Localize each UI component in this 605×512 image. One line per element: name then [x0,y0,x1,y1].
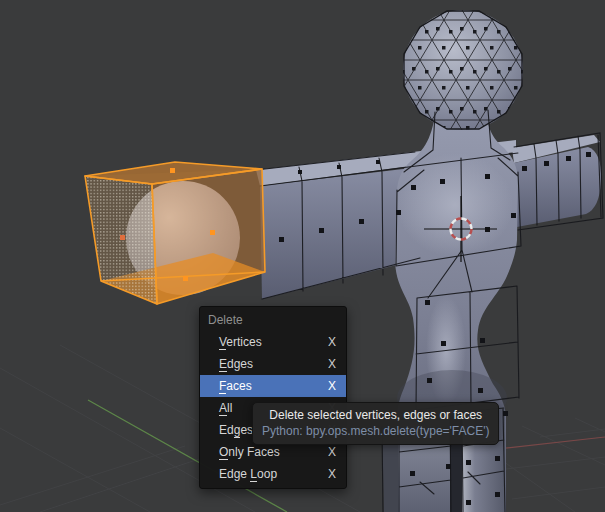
menu-item-shortcut: X [328,467,336,481]
arm-right [512,135,601,227]
menu-item-label: All [219,401,232,415]
operator-tooltip: Delete selected vertices, edges or faces… [252,402,499,445]
menu-item-shortcut: X [328,379,336,393]
menu-item-label: Edges [219,423,253,437]
menu-item-shortcut: X [328,357,336,371]
menu-item-label: Faces [219,379,252,393]
menu-item-faces[interactable]: FacesX [200,375,346,397]
menu-title: Delete [200,307,346,331]
tooltip-title: Delete selected vertices, edges or faces [262,408,489,422]
tooltip-python-expression: Python: bpy.ops.mesh.delete(type='FACE') [262,424,489,438]
viewport-3d[interactable]: Delete VerticesXEdgesXFacesXAllXEdgesXOn… [0,0,605,512]
menu-item-shortcut: X [328,335,336,349]
menu-item-label: Only Faces [219,445,280,459]
menu-item-label: Edges [219,357,253,371]
selection-highlight[interactable] [85,162,265,304]
menu-item-label: Vertices [219,335,262,349]
x-axis-line [497,437,605,449]
menu-item-edge-loop[interactable]: Edge LoopX [200,463,346,485]
delete-menu: Delete VerticesXEdgesXFacesXAllXEdgesXOn… [199,306,347,489]
menu-item-label: Edge Loop [219,467,277,481]
menu-item-shortcut: X [328,445,336,459]
head-icosphere [403,10,523,130]
menu-item-vertices[interactable]: VerticesX [200,331,346,353]
menu-item-edges[interactable]: EdgesX [200,353,346,375]
